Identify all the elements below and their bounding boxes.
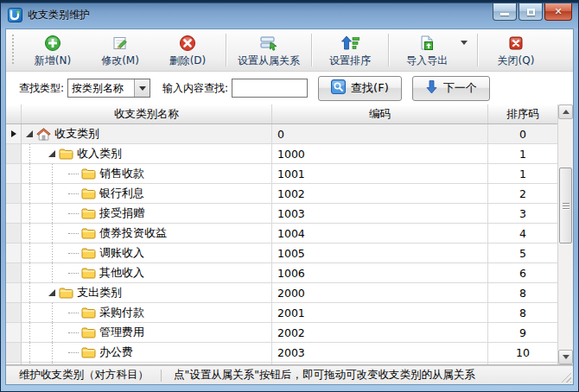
category-code-cell[interactable]: 0: [272, 124, 488, 144]
tree-connector: [68, 352, 79, 353]
tree-connector: [68, 174, 79, 174]
header-sort[interactable]: 排序码: [488, 104, 557, 123]
category-name-cell[interactable]: 办公费: [22, 343, 272, 363]
category-sortcode-cell[interactable]: 4: [488, 224, 557, 243]
close-form-button[interactable]: 关闭(Q): [482, 30, 550, 70]
category-code-cell[interactable]: 1002: [272, 184, 488, 204]
table-row[interactable]: 采购付款20018: [6, 303, 557, 323]
category-name-cell[interactable]: 收支类别: [22, 124, 272, 144]
category-sortcode-cell[interactable]: 3: [488, 204, 557, 224]
table-row[interactable]: 工资: [6, 363, 557, 364]
set-relation-label: 设置从属关系: [238, 54, 300, 68]
category-name-cell[interactable]: 支出类别: [22, 283, 272, 303]
category-name-cell[interactable]: 接受捐赠: [22, 204, 272, 224]
category-code-cell[interactable]: [272, 363, 488, 364]
import-export-dropdown-icon[interactable]: [461, 41, 468, 45]
scroll-thumb[interactable]: [559, 168, 572, 243]
category-sortcode-cell[interactable]: 5: [488, 243, 557, 263]
table-row[interactable]: 销售收款10011: [6, 164, 557, 184]
category-name-cell[interactable]: 调账收入: [22, 243, 272, 263]
search-type-value: 按类别名称: [68, 81, 134, 96]
category-sortcode-cell[interactable]: 6: [488, 263, 557, 283]
find-button[interactable]: 查找(F): [318, 76, 402, 101]
category-code-cell[interactable]: 2002: [272, 323, 488, 343]
scroll-up-button[interactable]: [558, 104, 573, 119]
add-button[interactable]: 新增(N): [19, 30, 86, 70]
minimize-button[interactable]: [493, 3, 517, 21]
arrow-up-icon: [563, 110, 569, 114]
folder-icon: [58, 148, 73, 160]
category-sortcode-cell[interactable]: 8: [488, 303, 557, 323]
search-input[interactable]: [232, 79, 308, 98]
category-name-cell[interactable]: 债券投资收益: [22, 224, 272, 243]
window-title: 收支类别维护: [28, 8, 90, 22]
category-code-cell[interactable]: 1006: [272, 263, 488, 283]
folder-icon: [80, 168, 96, 180]
table-row[interactable]: 银行利息10022: [6, 184, 557, 204]
set-relation-button[interactable]: 设置从属关系: [231, 30, 307, 70]
category-code-cell[interactable]: 1001: [272, 164, 488, 184]
expand-collapse-icon[interactable]: [46, 287, 58, 299]
status-right-text: 点"设置从属关系"按钮后，即可拖动可改变收支类别的从属关系: [174, 368, 475, 383]
category-sortcode-cell[interactable]: 0: [488, 124, 557, 144]
import-export-button[interactable]: 导入导出: [393, 30, 461, 70]
table-row[interactable]: 调账收入10055: [6, 243, 557, 263]
tree-connector: [68, 253, 79, 254]
tree-connector: [68, 213, 79, 214]
category-code-cell[interactable]: 2003: [272, 343, 488, 363]
header-code[interactable]: 编码: [272, 104, 488, 123]
header-name[interactable]: 收支类别名称: [22, 104, 272, 123]
vertical-scrollbar[interactable]: [557, 104, 573, 364]
category-sortcode-cell[interactable]: 8: [488, 283, 557, 303]
expand-collapse-icon[interactable]: [23, 128, 35, 140]
search-type-label: 查找类型:: [19, 81, 64, 96]
category-name-cell[interactable]: 其他收入: [22, 263, 272, 283]
table-row[interactable]: 办公费200310: [6, 343, 557, 363]
scroll-down-button[interactable]: [558, 350, 573, 364]
category-code-cell[interactable]: 1003: [272, 204, 488, 224]
next-button[interactable]: 下一个: [412, 76, 490, 101]
search-type-select[interactable]: 按类别名称: [67, 79, 150, 98]
category-name-cell[interactable]: 销售收款: [22, 164, 272, 184]
table-row[interactable]: 收支类别00: [6, 124, 557, 144]
table-row[interactable]: 债券投资收益10044: [6, 224, 557, 243]
category-code-cell[interactable]: 2000: [272, 283, 488, 303]
row-indicator: [6, 343, 22, 363]
table-row[interactable]: 支出类别20008: [6, 283, 557, 303]
next-button-label: 下一个: [443, 80, 477, 96]
resize-grip-icon[interactable]: [561, 372, 571, 383]
edit-button[interactable]: 修改(M): [86, 30, 154, 70]
category-sortcode-cell[interactable]: 1: [488, 144, 557, 164]
category-code-cell[interactable]: 1005: [272, 243, 488, 263]
category-name-cell[interactable]: 工资: [22, 363, 272, 364]
category-name-cell[interactable]: 采购付款: [22, 303, 272, 323]
category-name-cell[interactable]: 银行利息: [22, 184, 272, 204]
category-code-cell[interactable]: 1004: [272, 224, 488, 243]
expand-collapse-icon[interactable]: [46, 148, 58, 160]
category-name-cell[interactable]: 收入类别: [22, 144, 272, 164]
category-sortcode-cell[interactable]: 9: [488, 323, 557, 343]
maximize-button[interactable]: [519, 3, 543, 21]
close-button[interactable]: ✕: [544, 3, 572, 21]
import-export-icon: [418, 33, 436, 52]
toolbar-grip[interactable]: [11, 35, 16, 66]
combo-dropdown-button[interactable]: [134, 79, 150, 97]
table-row[interactable]: 接受捐赠10033: [6, 204, 557, 224]
set-sort-button[interactable]: 设置排序: [316, 30, 384, 70]
category-sortcode-cell[interactable]: [488, 363, 557, 364]
status-left-text: 维护收支类别（对方科目）: [19, 368, 149, 383]
category-sortcode-cell[interactable]: 10: [488, 343, 557, 363]
category-code-cell[interactable]: 1000: [272, 144, 488, 164]
import-export-label: 导入导出: [406, 54, 448, 68]
category-sortcode-cell[interactable]: 2: [488, 184, 557, 204]
category-name-label: 其他收入: [99, 265, 144, 281]
titlebar: 收支类别维护 ✕: [1, 1, 578, 28]
table-row[interactable]: 收入类别10001: [6, 144, 557, 164]
category-sortcode-cell[interactable]: 1: [488, 164, 557, 184]
category-name-cell[interactable]: 管理费用: [22, 323, 272, 343]
delete-button[interactable]: 删除(D): [154, 30, 221, 70]
scroll-track[interactable]: [558, 119, 573, 350]
category-code-cell[interactable]: 2001: [272, 303, 488, 323]
table-row[interactable]: 管理费用20029: [6, 323, 557, 343]
table-row[interactable]: 其他收入10066: [6, 263, 557, 283]
